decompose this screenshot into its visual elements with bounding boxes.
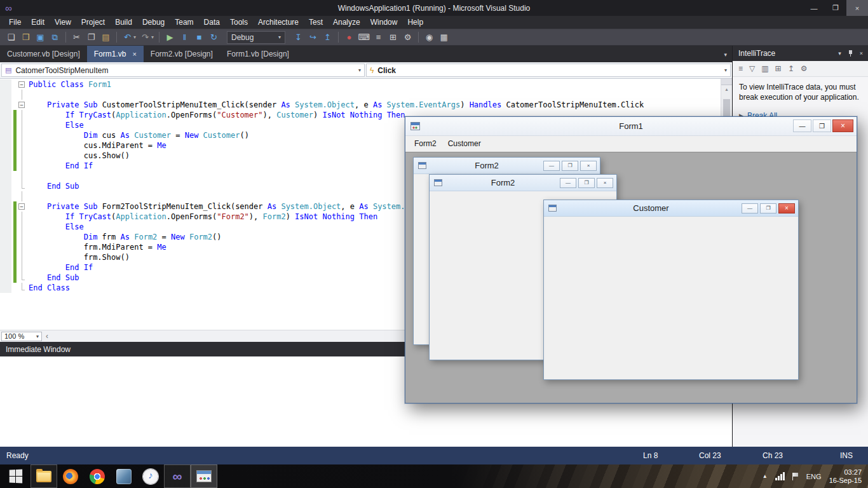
child-minimize-button[interactable]: — xyxy=(742,203,758,214)
code-text[interactable] xyxy=(27,191,29,201)
breakpoint-margin[interactable] xyxy=(0,110,11,120)
menu-item-edit[interactable]: Edit xyxy=(26,16,50,29)
events-list-icon[interactable]: ≡ xyxy=(738,64,743,73)
close-icon[interactable]: × xyxy=(860,50,863,57)
immediate-window-icon[interactable]: ⌨ xyxy=(356,30,371,45)
child-maximize-button[interactable]: ❐ xyxy=(562,161,578,171)
outline-margin[interactable]: − xyxy=(17,201,27,212)
outline-margin[interactable] xyxy=(17,283,27,293)
save-all-icon[interactable]: ⧉ xyxy=(48,30,62,45)
menu-item-test[interactable]: Test xyxy=(304,16,328,29)
document-list-chevron-icon[interactable]: ▾ xyxy=(724,51,727,58)
child-close-button[interactable]: × xyxy=(580,161,597,171)
child-window-customer-2[interactable]: Customer—❐× xyxy=(543,200,799,380)
minimize-button[interactable]: — xyxy=(793,119,811,132)
cut-icon[interactable]: ✂ xyxy=(69,30,84,45)
code-text[interactable]: End Sub xyxy=(27,181,79,191)
stop-debug-icon[interactable]: ■ xyxy=(192,30,207,45)
code-text[interactable]: If TryCast(Application.OpenForms("Form2"… xyxy=(27,212,377,222)
outline-margin[interactable] xyxy=(17,222,27,232)
collapse-box-icon[interactable]: − xyxy=(18,81,25,88)
outline-margin[interactable] xyxy=(17,181,27,191)
child-close-button[interactable]: × xyxy=(778,203,795,214)
collapse-box-icon[interactable]: − xyxy=(18,203,25,210)
breakpoint-margin[interactable] xyxy=(0,262,11,273)
menu-item-window[interactable]: Window xyxy=(365,16,403,29)
outline-margin[interactable]: − xyxy=(17,79,27,90)
start-button[interactable] xyxy=(0,464,31,488)
code-text[interactable] xyxy=(27,90,29,100)
scope-dropdown[interactable]: ▤ CatomerToolStripMenuItem ▾ xyxy=(1,64,365,77)
menu-item-data[interactable]: Data xyxy=(199,16,225,29)
menu-item-view[interactable]: View xyxy=(50,16,76,29)
child-titlebar[interactable]: Customer—❐× xyxy=(544,200,798,217)
restore-button[interactable]: ❐ xyxy=(825,0,846,16)
zoom-dropdown[interactable]: 100 % ▾ xyxy=(1,332,42,341)
extensions-icon[interactable]: ▦ xyxy=(437,30,451,45)
filter-icon[interactable]: ▽ xyxy=(749,64,755,73)
pin-icon[interactable] xyxy=(848,50,853,57)
menu-item-help[interactable]: Help xyxy=(402,16,428,29)
code-text[interactable]: Else xyxy=(27,120,84,130)
code-text[interactable]: End Class xyxy=(27,283,70,293)
child-titlebar[interactable]: Form2—❐× xyxy=(430,175,616,191)
child-minimize-button[interactable]: — xyxy=(560,178,576,188)
tab-form2-vb-design[interactable]: Form2.vb [Design] xyxy=(144,46,220,62)
breakpoint-margin[interactable] xyxy=(0,151,11,161)
step-over-icon[interactable]: ↪ xyxy=(306,30,320,45)
find-icon[interactable]: ◉ xyxy=(422,30,437,45)
intellitrace-header[interactable]: IntelliTrace ▾ × xyxy=(733,46,868,61)
code-text[interactable]: cus.Show() xyxy=(27,151,130,161)
language-indicator[interactable]: ENG xyxy=(806,473,822,480)
menu-item-project[interactable]: Project xyxy=(76,16,110,29)
breakpoint-margin[interactable] xyxy=(0,222,11,232)
menu-item-tools[interactable]: Tools xyxy=(225,16,253,29)
breakpoint-margin[interactable] xyxy=(0,242,11,252)
code-text[interactable]: End Sub xyxy=(27,273,79,283)
outline-margin[interactable] xyxy=(17,232,27,242)
outline-margin[interactable] xyxy=(17,242,27,252)
code-text[interactable]: Public Class Form1 xyxy=(27,79,111,90)
outline-margin[interactable] xyxy=(17,110,27,120)
taskbar-windowsapplication1[interactable] xyxy=(191,464,217,488)
breakpoint-margin[interactable] xyxy=(0,171,11,181)
code-text[interactable]: If TryCast(Application.OpenForms("Custom… xyxy=(27,110,405,120)
code-text[interactable]: frm.MdiParent = Me xyxy=(27,242,166,252)
code-text[interactable]: cus.MdiParent = Me xyxy=(27,140,166,151)
outline-margin[interactable] xyxy=(17,140,27,151)
code-text[interactable]: Else xyxy=(27,222,84,232)
categories-icon[interactable]: ▥ xyxy=(761,64,768,73)
chevron-down-icon[interactable]: ▾ xyxy=(151,34,154,40)
code-text[interactable]: Private Sub CustomerToolStripMenuItem_Cl… xyxy=(27,100,644,110)
form1-menu-customer[interactable]: Customer xyxy=(442,136,487,151)
copy-icon[interactable]: ❐ xyxy=(84,30,98,45)
tab-form1-vb-design[interactable]: Form1.vb [Design] xyxy=(220,46,296,62)
outline-margin[interactable] xyxy=(17,161,27,171)
taskbar-pinned-app[interactable] xyxy=(111,464,137,488)
breakpoint-margin[interactable] xyxy=(0,232,11,242)
step-into-icon[interactable]: ↧ xyxy=(291,30,306,45)
step-out-icon[interactable]: ↥ xyxy=(320,30,335,45)
breakpoint-margin[interactable] xyxy=(0,191,11,201)
menu-item-file[interactable]: File xyxy=(4,16,26,29)
outline-margin[interactable] xyxy=(17,273,27,283)
redo-icon[interactable]: ↷ xyxy=(138,30,153,45)
breakpoint-margin[interactable] xyxy=(0,212,11,222)
network-icon[interactable] xyxy=(775,472,785,480)
breakpoint-margin[interactable] xyxy=(0,130,11,140)
vs-titlebar[interactable]: ∞ WindowsApplication1 (Running) - Micros… xyxy=(0,0,868,16)
breakpoint-margin[interactable] xyxy=(0,90,11,100)
breakpoint-margin[interactable] xyxy=(0,283,11,293)
menu-item-analyze[interactable]: Analyze xyxy=(328,16,365,29)
hidden-icons-button[interactable]: ▲ xyxy=(763,473,768,479)
taskbar-itunes[interactable] xyxy=(137,464,164,488)
output-window-icon[interactable]: ≡ xyxy=(371,30,386,45)
breakpoint-margin[interactable] xyxy=(0,252,11,262)
chevron-down-icon[interactable]: ▾ xyxy=(133,34,136,40)
breakpoint-margin[interactable] xyxy=(0,140,11,151)
outline-margin[interactable] xyxy=(17,120,27,130)
menu-item-architecture[interactable]: Architecture xyxy=(253,16,304,29)
export-icon[interactable]: ↥ xyxy=(788,64,794,73)
breakpoints-icon[interactable]: ● xyxy=(342,30,356,45)
scroll-left-icon[interactable]: ‹ xyxy=(42,332,52,341)
